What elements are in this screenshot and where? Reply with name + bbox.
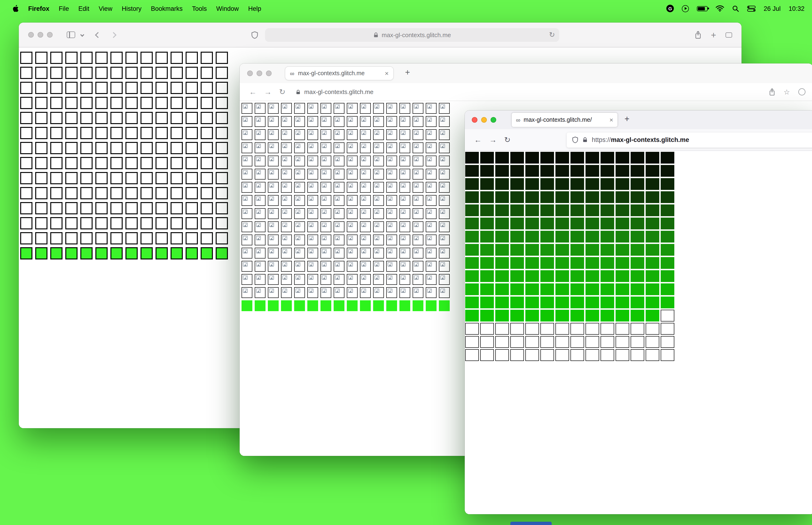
menu-help[interactable]: Help [243,5,266,12]
address-bar[interactable]: max-gl-contexts.glitch.me ↻ [265,28,559,42]
menu-tools[interactable]: Tools [187,5,212,12]
forward-button[interactable]: → [264,88,272,96]
canvas-cell [510,165,524,177]
address-bar[interactable]: max-gl-contexts.glitch.me [296,88,373,95]
privacy-report-button[interactable] [251,31,258,39]
canvas-cell [386,182,397,193]
menu-history[interactable]: History [117,5,146,12]
new-tab-button[interactable]: + [711,30,716,39]
close-tab-icon[interactable]: × [610,116,613,124]
share-button[interactable] [768,88,775,96]
apple-menu[interactable] [7,5,24,12]
zoom-window-button[interactable] [47,32,52,38]
menu-file[interactable]: File [54,5,74,12]
canvas-cell [540,323,554,335]
canvas-cell [480,178,494,190]
tab-overview-button[interactable] [725,32,732,38]
tab-max-gl-contexts[interactable]: ∞ max-gl-contexts.glitch.me/ × [512,113,617,127]
canvas-cell [255,221,265,232]
forward-button[interactable] [111,33,116,37]
canvas-cell [321,169,331,180]
back-button[interactable] [96,33,100,37]
canvas-cell [386,195,397,206]
broken-image-icon [309,223,313,227]
broken-image-icon [401,183,405,188]
canvas-cell [413,103,424,114]
canvas-cell [140,97,153,109]
canvas-cell [242,274,252,285]
canvas-cell [525,191,539,203]
canvas-cell [35,232,47,244]
broken-image-icon [401,249,405,253]
new-tab-button[interactable]: + [405,68,410,77]
broken-image-icon [374,183,379,188]
firefox-window[interactable]: ∞ max-gl-contexts.glitch.me/ × + ← → ↻ h… [465,110,812,514]
canvas-cell [480,191,494,203]
canvas-cell [294,261,305,272]
canvas-cell [555,310,569,321]
broken-image-icon [309,236,313,240]
canvas-cell [525,336,539,348]
broken-image-icon [361,144,366,148]
canvas-cell [585,231,599,242]
firefox-tab-bar: ∞ max-gl-contexts.glitch.me/ × + [465,110,812,129]
reload-button[interactable]: ↻ [279,88,286,96]
broken-image-icon [269,249,274,253]
canvas-cell [242,142,252,153]
canvas-cell [140,247,153,259]
canvas-cell [540,244,554,256]
canvas-cell [110,157,123,169]
sidebar-toggle-button[interactable] [67,31,75,38]
new-tab-button[interactable]: + [625,114,629,124]
spotlight-icon[interactable] [732,5,739,12]
close-window-button[interactable] [28,32,34,38]
canvas-cell [171,112,183,124]
minimize-window-button[interactable] [481,117,487,123]
canvas-cell [525,244,539,256]
canvas-cell [216,142,228,154]
minimize-window-button[interactable] [257,71,262,76]
canvas-cell [661,336,674,348]
battery-icon[interactable] [697,6,708,11]
grammarly-icon[interactable]: G [666,5,674,12]
close-window-button[interactable] [247,71,253,76]
canvas-cell [186,127,198,139]
canvas-cell [307,261,318,272]
canvas-cell [439,155,450,166]
back-button[interactable]: ← [470,136,486,144]
share-button[interactable] [694,31,702,39]
canvas-cell [525,165,539,177]
now-playing-icon[interactable] [682,5,689,12]
menu-view[interactable]: View [94,5,117,12]
reload-button[interactable]: ↻ [501,136,514,144]
bookmark-star-icon[interactable]: ☆ [784,88,790,96]
zoom-window-button[interactable] [491,117,496,123]
close-window-button[interactable] [472,117,477,123]
canvas-cell [525,152,539,164]
tab-group-chevron-button[interactable] [81,33,83,36]
extensions-icon[interactable] [798,88,806,95]
canvas-cell [95,142,108,154]
menu-bar-date[interactable]: 26 Jul [764,5,781,12]
menu-bar-clock[interactable]: 10:32 [788,5,805,12]
minimize-window-button[interactable] [37,32,43,38]
canvas-cell [50,202,62,214]
wifi-icon[interactable] [716,5,724,12]
reload-icon[interactable]: ↻ [549,31,555,39]
back-button[interactable]: ← [249,88,257,96]
canvas-cell [600,336,614,348]
menu-edit[interactable]: Edit [74,5,94,12]
menu-window[interactable]: Window [212,5,243,12]
broken-image-icon [348,104,353,108]
forward-button[interactable]: → [486,136,501,144]
tab-max-gl-contexts[interactable]: ∞ max-gl-contexts.glitch.me × [285,66,394,80]
broken-image-icon [374,236,379,240]
menu-app-name[interactable]: Firefox [24,5,54,12]
menu-bookmarks[interactable]: Bookmarks [146,5,187,12]
canvas-cell [307,103,318,114]
broken-image-icon [348,144,353,148]
zoom-window-button[interactable] [266,71,272,76]
close-tab-icon[interactable]: × [385,70,388,77]
control-center-icon[interactable] [747,5,756,12]
address-bar[interactable]: https://max-gl-contexts.glitch.me [567,132,812,147]
